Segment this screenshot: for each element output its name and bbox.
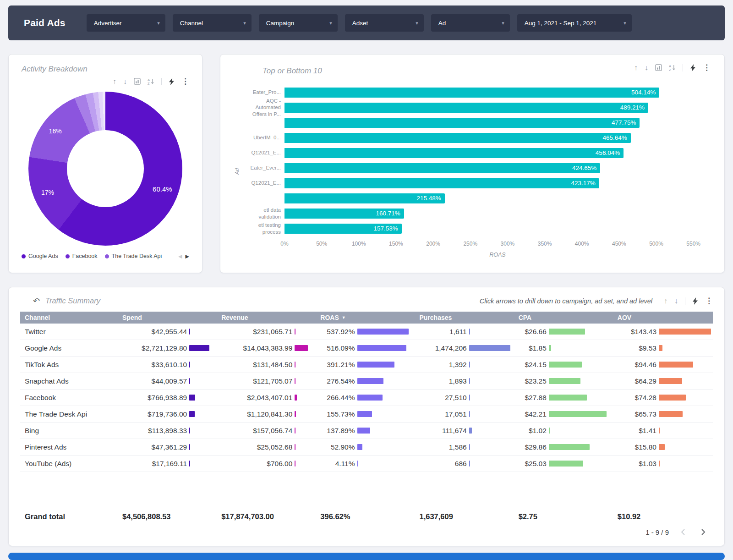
date-range-filter[interactable]: Aug 1, 2021 - Sep 1, 2021 ▾ (517, 14, 632, 32)
table-row-twitter[interactable]: Twitter$42,955.44$231,065.71537.92%1,611… (20, 324, 713, 340)
bar[interactable]: 456.04% (284, 148, 624, 158)
lightning-icon[interactable] (692, 297, 698, 305)
paid-ads-dashboard: Paid Ads Advertiser▾Channel▾Campaign▾Ads… (0, 0, 733, 560)
bar[interactable]: 157.53% (284, 224, 402, 234)
roas-value: 266.44% (327, 394, 355, 402)
mini-bar-track (189, 411, 218, 417)
table-row-snapchat-ads[interactable]: Snapchat Ads$44,009.57$121,705.07276.54%… (20, 373, 713, 390)
roas-mini-bar (357, 411, 372, 417)
legend-item-google-ads[interactable]: Google Ads (22, 253, 58, 259)
revenue-mini-bar (295, 395, 296, 401)
mini-bar-track (469, 395, 515, 401)
filter-channel[interactable]: Channel▾ (173, 14, 252, 32)
sort-az-icon[interactable]: AZ (148, 78, 154, 85)
mini-bar-track (357, 461, 416, 467)
sort-az-icon[interactable]: AZ (669, 64, 676, 71)
card-head: Top or Bottom 10 ↑ ↓ AZ ⋮ (234, 64, 711, 76)
column-header-channel[interactable]: Channel (20, 314, 119, 321)
revenue-cell: $2,043,407.01 (218, 394, 317, 402)
move-down-icon[interactable]: ↓ (123, 78, 127, 85)
table-row-youtube-ads[interactable]: YouTube (Ads)$17,169.11$706.004.11%686$2… (20, 456, 713, 472)
column-header-aov[interactable]: AOV (614, 314, 713, 321)
bottom-scrollbar[interactable] (8, 553, 725, 560)
chevron-left-icon[interactable] (679, 527, 688, 537)
table-row-pinterest-ads[interactable]: Pinterest Ads$47,361.29$25,052.6852.90%1… (20, 439, 713, 456)
lightning-icon[interactable] (169, 78, 175, 85)
move-up-icon[interactable]: ↑ (634, 64, 638, 71)
filter-advertiser[interactable]: Advertiser▾ (87, 14, 165, 32)
drill-up-icon[interactable]: ↶ (33, 297, 40, 305)
spend-mini-bar (189, 329, 190, 335)
column-header-label: Channel (25, 314, 50, 321)
bar-category-label: AQC - Automated Offers in P... (241, 98, 284, 117)
x-axis-tick: 450% (612, 241, 626, 247)
bar[interactable]: 489.21% (284, 103, 648, 113)
channel-cell: TikTok Ads (20, 361, 119, 369)
filter-campaign[interactable]: Campaign▾ (259, 14, 338, 32)
mini-bar-track (189, 362, 218, 368)
lightning-icon[interactable] (690, 64, 696, 71)
revenue-mini-bar (295, 461, 295, 467)
roas-cell: 4.11% (317, 460, 416, 468)
legend-prev-icon[interactable]: ◀ (178, 253, 182, 259)
legend-item-facebook[interactable]: Facebook (66, 253, 98, 259)
grand-total-purchases: 1,637,609 (416, 512, 515, 521)
activity-breakdown-card: Activity Breakdown ↑ ↓ AZ ⋮ 60.4%17%16% … (8, 54, 202, 273)
grand-total-aov: $10.92 (614, 512, 713, 521)
column-header-revenue[interactable]: Revenue (218, 314, 317, 321)
column-header-spend[interactable]: Spend (119, 314, 218, 321)
mini-bar-track (659, 411, 713, 417)
mini-bar-track (357, 329, 416, 335)
column-header-cpa[interactable]: CPA (515, 314, 614, 321)
roas-cell: 137.89% (317, 427, 416, 435)
bar[interactable]: 465.64% (284, 133, 631, 143)
explore-chart-icon[interactable] (134, 78, 141, 85)
bar[interactable]: 424.65% (284, 163, 600, 173)
traffic-summary-card: ↶ Traffic Summary Click arrows to drill … (8, 287, 725, 546)
column-header-roas[interactable]: ROAS▼ (317, 314, 416, 321)
grand-total-cpa: $2.75 (515, 512, 614, 521)
move-down-icon[interactable]: ↓ (645, 64, 648, 71)
table-row-google-ads[interactable]: Google Ads$2,721,129.80$14,043,383.99516… (20, 340, 713, 357)
channel-cell: Google Ads (20, 344, 119, 352)
bar-category-label: Q12021_E... (241, 180, 284, 186)
filter-adset[interactable]: Adset▾ (345, 14, 424, 32)
revenue-value: $2,043,407.01 (247, 394, 292, 402)
mini-bar-track (295, 428, 317, 434)
grand-total-label: Grand total (20, 512, 119, 521)
legend-item-the-trade-desk-api[interactable]: The Trade Desk Api (105, 253, 162, 259)
bar[interactable]: 215.48% (284, 193, 445, 203)
cpa-value: $23.25 (525, 377, 546, 385)
bar[interactable]: 160.71% (284, 209, 404, 219)
explore-chart-icon[interactable] (655, 64, 662, 71)
bar[interactable]: 477.75% (284, 118, 640, 128)
purchases-mini-bar (469, 411, 470, 417)
bar-row: UberIM_0...465.64% (241, 130, 711, 145)
revenue-mini-bar (295, 444, 295, 450)
aov-value: $15.80 (635, 443, 656, 451)
move-down-icon[interactable]: ↓ (674, 297, 678, 305)
legend-next-icon[interactable]: ▶ (186, 253, 189, 259)
table-row-facebook[interactable]: Facebook$766,938.89$2,043,407.01266.44%2… (20, 390, 713, 406)
spend-value: $44,009.57 (152, 377, 187, 385)
kebab-menu-icon[interactable]: ⋮ (705, 297, 713, 305)
bar[interactable]: 504.14% (284, 88, 659, 98)
kebab-menu-icon[interactable]: ⋮ (181, 77, 189, 85)
mini-bar-track (357, 444, 416, 450)
move-up-icon[interactable]: ↑ (664, 297, 667, 305)
bar-track: 423.17% (284, 178, 711, 188)
column-header-purchases[interactable]: Purchases (416, 314, 515, 321)
table-row-bing[interactable]: Bing$113,898.33$157,056.74137.89%111,674… (20, 423, 713, 439)
table-row-the-trade-desk-api[interactable]: The Trade Desk Api$719,736.00$1,120,841.… (20, 406, 713, 423)
x-axis: 0%50%100%150%200%250%300%350%400%450%500… (284, 241, 711, 249)
bar[interactable]: 423.17% (284, 178, 599, 188)
table-row-tiktok-ads[interactable]: TikTok Ads$33,610.10$131,484.50391.21%1,… (20, 357, 713, 373)
revenue-value: $231,065.71 (253, 328, 292, 336)
bar-category-label: Eater_Ever... (241, 165, 284, 171)
chevron-right-icon[interactable] (698, 527, 707, 537)
legend-label: The Trade Desk Api (112, 253, 162, 259)
top-or-bottom-card: Top or Bottom 10 ↑ ↓ AZ ⋮ Ad Eater_Pro..… (220, 54, 725, 273)
filter-ad[interactable]: Ad▾ (431, 14, 510, 32)
kebab-menu-icon[interactable]: ⋮ (703, 64, 711, 71)
move-up-icon[interactable]: ↑ (113, 78, 116, 85)
